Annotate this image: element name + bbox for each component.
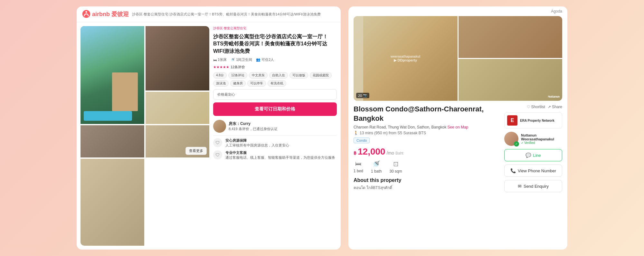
meta-bath: 🚿 1间卫生间 <box>231 57 252 62</box>
photo-br1 <box>80 125 144 157</box>
tags-container: 4.8分 12条评论 中文房东 自助入住 可以做饭 花园或庭院 游泳池 健身房 … <box>213 72 337 87</box>
agent-card: ♡ Shortlist ↗ Share E ERA Property Netwo… <box>504 105 562 246</box>
shortlist-btn[interactable]: ♡ Shortlist <box>527 105 545 109</box>
guarantee-text-1: 安心房源保障 人工审核所有中国房源信息，入住更安心 <box>225 138 289 148</box>
prop-photo-mr: Nuttanun <box>459 59 563 101</box>
rating-stars: ★★★★★ <box>213 65 229 69</box>
line-button[interactable]: 💬 Line <box>504 149 562 161</box>
tag-washer: 有洗衣机 <box>268 80 286 87</box>
host-name: 房东：Curry <box>229 121 278 127</box>
property-main-info: Blossom Condo@Sathorn-Charoenrat, Bangko… <box>354 105 500 246</box>
property-photos: weerasathapanakul ▶ DDproperty 20 📷 Nutt… <box>354 16 562 101</box>
agent-avatar: ✓ <box>504 132 518 146</box>
spec-bath-value: 1 bath <box>371 169 382 174</box>
walk-icon: 🚶 <box>354 131 358 135</box>
price-badge: 价格最划心 <box>213 89 337 100</box>
guarantee-title-1: 安心房源保障 <box>225 138 289 143</box>
property-title: Blossom Condo@Sathorn-Charoenrat, Bangko… <box>354 105 500 123</box>
shortlist-share: ♡ Shortlist ↗ Share <box>504 105 562 109</box>
agency-logo: E <box>507 115 517 126</box>
host-info: 房东：Curry 8,419 条评价，已通过身份认证 <box>229 121 278 131</box>
info-panel: 沙吞区·整套公寓型住宅 沙吞区整套公寓型住宅·沙吞酒店式公寓一室一厅！BTS旁毗… <box>213 26 337 246</box>
distance-info: 🚶 13 mins (950 m) from S5 Surasak BTS <box>354 131 500 135</box>
agoda-header: Agoda <box>348 6 567 16</box>
view-more-btn[interactable]: 查看更多 <box>185 147 207 155</box>
meta-guests: 👥 可住2人 <box>256 57 274 62</box>
enquiry-button[interactable]: ✉ Send Enquiry <box>504 180 562 192</box>
photo-tr <box>146 26 209 90</box>
tag-rating: 4.8分 <box>213 72 227 79</box>
spec-bed: 🛏 1 bed <box>354 160 363 174</box>
see-on-map-link[interactable]: See on Map <box>448 125 469 129</box>
share-btn[interactable]: ↗ Share <box>548 105 562 109</box>
guarantee-text-2: 专业中文客服 通过客服电话、线上客服、智能客服助手等渠道，为您提供全方位服务 <box>225 150 335 160</box>
prop-photo-tr: Nuttanun <box>459 16 563 58</box>
currency-symbol: ฿ <box>354 150 356 156</box>
airbnb-logo: airbnb 爱彼迎 <box>82 10 129 19</box>
price-number: 12,000 <box>358 147 385 157</box>
agency-name: ERA Property Network <box>520 119 554 122</box>
verified-text: ✓ Verified <box>521 141 562 145</box>
photo-grid: 查看更多 <box>80 26 209 246</box>
property-info: Blossom Condo@Sathorn-Charoenrat, Bangko… <box>348 101 567 250</box>
airbnb-body: 查看更多 沙吞区·整套公寓型住宅 沙吞区整套公寓型住宅·沙吞酒店式公寓一室一厅！… <box>77 22 341 250</box>
property-specs: 🛏 1 bed 🚿 1 bath ⊡ 30 sqm <box>354 160 500 174</box>
tag-parking: 可以停车 <box>247 80 266 87</box>
phone-icon: 📞 <box>510 168 516 173</box>
listing-meta: 🛏 1张床 🚿 1间卫生间 👥 可住2人 <box>213 57 337 62</box>
tag-host-lang: 中文房东 <box>249 72 268 79</box>
spec-sqm: ⊡ 30 sqm <box>389 160 402 174</box>
property-address: Charoen Rat Road, Thung Wat Don, Sathon,… <box>354 125 500 129</box>
left-panel: airbnb 爱彼迎 沙吞区·整套公寓型住宅·沙吞酒店式公寓一室一厅！BTS旁、… <box>77 6 341 250</box>
ddproperty-badge: weerasathapanakul ▶ DDproperty <box>391 55 420 62</box>
breadcrumb: 沙吞区·整套公寓型住宅 <box>213 26 337 31</box>
rating: ★★★★★ 12条评价 <box>213 65 337 70</box>
tag-cooking: 可以做饭 <box>289 72 308 79</box>
phone-button[interactable]: 📞 View Phone Number <box>504 165 562 177</box>
host-section: 房东：Curry 8,419 条评价，已通过身份认证 <box>213 119 337 133</box>
agent-info: Nuttanun Weerasathapanakul ✓ Verified <box>521 133 562 145</box>
book-button[interactable]: 查看可订日期和价格 <box>213 102 337 116</box>
about-title: About this property <box>354 177 500 183</box>
listing-title: 沙吞区整套公寓型住宅·沙吞酒店式公寓一室一厅！BTS旁毗邻曼谷河滨！美食街帕蓬夜… <box>213 33 337 55</box>
shield-icon-2: 🛡 <box>213 150 222 159</box>
watermark-br: Nuttanun <box>548 95 560 98</box>
price-section: ฿ 12,000 /mo Baht <box>354 147 500 157</box>
photo-count: 20 <box>358 94 362 98</box>
spec-sqm-value: 30 sqm <box>389 169 402 174</box>
agent-profile: ✓ Nuttanun Weerasathapanakul ✓ Verified <box>504 132 562 146</box>
agency-header: E ERA Property Network <box>504 112 562 128</box>
guarantee-section: 🛡 安心房源保障 人工审核所有中国房源信息，入住更安心 🛡 专业中文客服 通过客… <box>213 135 337 160</box>
tag-checkin: 自助入住 <box>269 72 288 79</box>
price-baht: Baht <box>395 151 403 156</box>
sqm-icon: ⊡ <box>393 160 399 168</box>
tag-reviews: 12条评论 <box>228 72 247 79</box>
host-avatar <box>213 120 226 133</box>
bed-icon: 🛏 <box>355 160 362 167</box>
guarantee-desc-2: 通过客服电话、线上客服、智能客服助手等渠道，为您提供全方位服务 <box>225 155 335 160</box>
photo-count-badge[interactable]: 20 📷 <box>356 93 369 98</box>
photo-br3 <box>80 159 144 246</box>
verified-badge-icon: ✓ <box>514 141 519 147</box>
airbnb-header: airbnb 爱彼迎 沙吞区·整套公寓型住宅·沙吞酒店式公寓一室一厅！BTS旁、… <box>77 6 341 22</box>
about-text: คอนโด ใกล้BTSสุรศักดิ์ <box>354 185 500 191</box>
agent-name: Nuttanun Weerasathapanakul <box>521 133 562 141</box>
photo-tr2 <box>146 92 209 124</box>
about-section: About this property คอนโด ใกล้BTSสุรศักด… <box>354 177 500 191</box>
spec-bath: 🚿 1 bath <box>371 160 382 174</box>
tag-pool: 游泳池 <box>213 80 229 87</box>
spec-bed-value: 1 bed <box>354 169 363 173</box>
host-reviews: 8,419 条评价，已通过身份认证 <box>229 127 278 131</box>
bath-icon: 🚿 <box>372 160 380 168</box>
condo-badge: Condo <box>354 137 370 143</box>
photo-br2: 查看更多 <box>146 125 209 157</box>
price-unit: /mo <box>387 150 394 156</box>
agoda-label: Agoda <box>551 9 562 14</box>
guarantee-title-2: 专业中文客服 <box>225 150 335 155</box>
airbnb-tagline: 沙吞区·整套公寓型住宅·沙吞酒店式公寓一室一厅！BTS旁、毗邻曼谷河滨！美食街帕… <box>132 12 336 17</box>
photo-main <box>80 26 144 124</box>
guarantee-item-2: 🛡 专业中文客服 通过客服电话、线上客服、智能客服助手等渠道，为您提供全方位服务 <box>213 150 337 160</box>
tag-garden: 花园或庭院 <box>310 72 332 79</box>
guarantee-desc-1: 人工审核所有中国房源信息，入住更安心 <box>225 143 289 148</box>
prop-photo-main: weerasathapanakul ▶ DDproperty 20 📷 <box>354 16 458 101</box>
